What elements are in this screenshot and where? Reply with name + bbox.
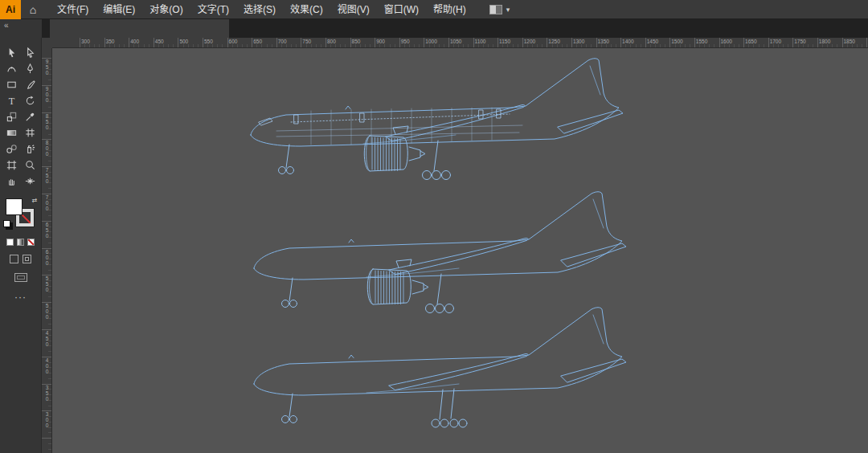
rectangle-tool[interactable] xyxy=(2,76,21,92)
ruler-label: 1500 xyxy=(671,38,696,45)
ruler-label: 650 xyxy=(253,38,278,45)
ruler-label: 300 xyxy=(81,38,106,45)
ruler-label: 850 xyxy=(352,38,377,45)
menu-item[interactable]: 对象(O) xyxy=(142,0,190,19)
menu-item[interactable]: 窗口(W) xyxy=(377,0,426,19)
ruler-label: 300 xyxy=(44,411,50,439)
ruler-label: 800 xyxy=(44,140,50,167)
ruler-label: 450 xyxy=(44,330,50,357)
airplane-3-landing-gear xyxy=(282,389,468,427)
airplane-wireframe-top[interactable] xyxy=(243,56,637,197)
rotate-tool[interactable] xyxy=(21,92,39,108)
main-menu: 文件(F)编辑(E)对象(O)文字(T)选择(S)效果(C)视图(V)窗口(W)… xyxy=(50,0,473,19)
ruler-label: 950 xyxy=(401,38,426,45)
ruler-label: 600 xyxy=(229,38,254,45)
pen-tool[interactable] xyxy=(21,60,39,76)
menu-item[interactable]: 文件(F) xyxy=(50,0,96,19)
fill-swatch-white[interactable] xyxy=(6,198,23,215)
artboard-tool[interactable] xyxy=(2,157,21,173)
paint-style-buttons xyxy=(6,239,35,246)
ruler-label: 1350 xyxy=(597,38,622,45)
ruler-label: 900 xyxy=(44,86,50,113)
blend-tool[interactable] xyxy=(2,141,21,157)
menu-item[interactable]: 编辑(E) xyxy=(96,0,142,19)
ruler-label: 850 xyxy=(44,113,50,141)
menu-item[interactable]: 选择(S) xyxy=(236,0,283,19)
ruler-label: 750 xyxy=(302,38,327,45)
ruler-label: 350 xyxy=(44,385,50,412)
type-tool[interactable]: T xyxy=(2,92,21,108)
gradient-button[interactable] xyxy=(17,239,24,246)
paintbrush-tool[interactable] xyxy=(21,76,39,92)
menu-item[interactable]: 效果(C) xyxy=(283,0,330,19)
ruler-label: 1850 xyxy=(843,38,868,45)
ruler-label: 750 xyxy=(44,167,50,194)
drawing-mode-buttons xyxy=(10,255,31,263)
swap-fill-stroke-icon[interactable]: ⇄ xyxy=(32,197,38,204)
eyedropper-tool[interactable] xyxy=(21,108,39,124)
toolbar-collapse-button[interactable]: « xyxy=(0,19,42,38)
ruler-label: 1650 xyxy=(745,38,770,45)
color-button[interactable] xyxy=(6,239,14,246)
scale-tool[interactable] xyxy=(2,108,21,124)
ruler-label: 800 xyxy=(327,38,352,45)
ruler-label: 1250 xyxy=(548,38,573,45)
gradient-tool[interactable] xyxy=(2,124,21,141)
ruler-label: 1550 xyxy=(696,38,721,45)
ruler-label: 550 xyxy=(44,275,50,303)
vertical-ruler[interactable]: 9509008508007507006506005505004504003503… xyxy=(42,48,52,453)
svg-text:T: T xyxy=(8,95,14,106)
mesh-tool[interactable] xyxy=(21,124,39,141)
airplane-wireframe-bottom[interactable] xyxy=(246,305,640,446)
workspace-switcher[interactable]: ▾ xyxy=(489,5,510,14)
hand-tool[interactable] xyxy=(2,173,21,189)
illustrator-logo[interactable]: Ai xyxy=(0,0,21,19)
ruler-label: 1400 xyxy=(622,38,647,45)
workspace-icon xyxy=(489,5,502,14)
ruler-label: 1600 xyxy=(720,38,745,45)
home-icon[interactable]: ⌂ xyxy=(21,0,45,19)
draw-normal-icon[interactable] xyxy=(10,255,18,263)
ruler-label: 700 xyxy=(44,194,50,222)
ruler-label: 1450 xyxy=(647,38,672,45)
menu-item[interactable]: 帮助(H) xyxy=(426,0,473,19)
change-screen-mode-icon[interactable] xyxy=(14,273,27,282)
airplane-3-outline xyxy=(254,308,626,395)
direct-selection-tool[interactable] xyxy=(21,44,39,60)
draw-inside-icon[interactable] xyxy=(23,255,31,263)
menu-item[interactable]: 文字(T) xyxy=(190,0,236,19)
none-button[interactable] xyxy=(27,239,35,246)
ruler-label: 1150 xyxy=(499,38,524,45)
ruler-label: 450 xyxy=(155,38,180,45)
menu-item[interactable]: 视图(V) xyxy=(330,0,377,19)
horizontal-ruler[interactable]: 3003504004505005506006507007508008509009… xyxy=(52,38,868,48)
default-fill-stroke-icon[interactable] xyxy=(3,220,10,227)
ruler-label: 350 xyxy=(106,38,131,45)
curvature-tool[interactable] xyxy=(2,60,21,76)
selection-tool[interactable] xyxy=(2,44,21,60)
ruler-label: 400 xyxy=(130,38,155,45)
ruler-label: 600 xyxy=(44,249,50,276)
symbol-sprayer-tool[interactable] xyxy=(21,141,39,157)
ruler-label: 500 xyxy=(44,303,50,330)
airplane-1-details xyxy=(259,108,522,145)
ruler-label: 550 xyxy=(204,38,229,45)
ruler-label: 1200 xyxy=(524,38,549,45)
ruler-label: 700 xyxy=(278,38,303,45)
ruler-label: 1750 xyxy=(794,38,819,45)
ruler-label: 1800 xyxy=(819,38,844,45)
edit-toolbar-button[interactable]: ··· xyxy=(14,292,27,303)
airplane-1-engine xyxy=(364,126,425,171)
ruler-label: 950 xyxy=(44,59,50,86)
document-tab[interactable] xyxy=(50,19,229,38)
ruler-label: 500 xyxy=(179,38,204,45)
zoom-tool[interactable] xyxy=(21,157,39,173)
artboard-canvas[interactable] xyxy=(52,48,868,453)
airplane-2-engine xyxy=(367,259,428,304)
ruler-label: 1700 xyxy=(770,38,795,45)
menu-bar: Ai ⌂ 文件(F)编辑(E)对象(O)文字(T)选择(S)效果(C)视图(V)… xyxy=(0,0,868,19)
airplane-2-outline xyxy=(254,192,626,280)
tools-panel: T ⇄ ··· xyxy=(0,38,42,453)
ruler-origin-corner[interactable] xyxy=(42,38,52,48)
width-tool[interactable] xyxy=(21,173,39,189)
